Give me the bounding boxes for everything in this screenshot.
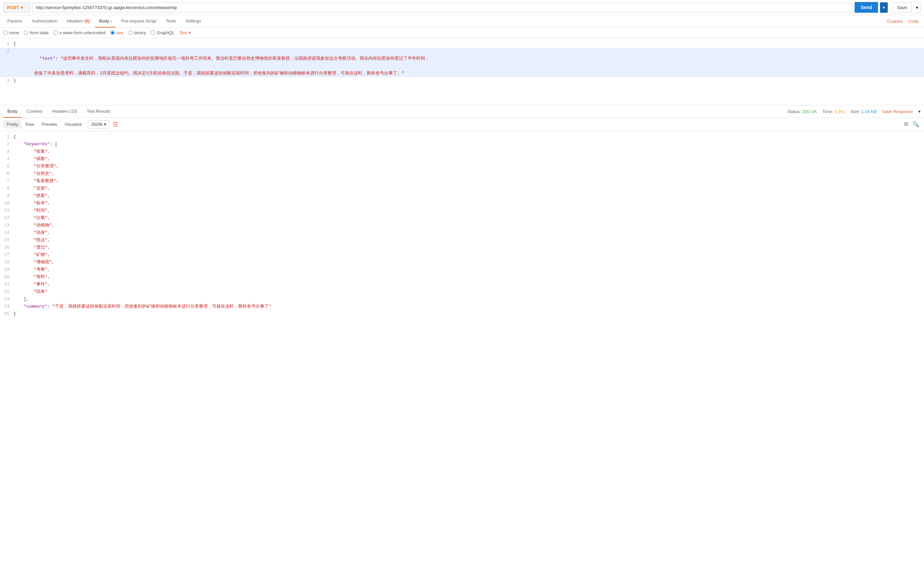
- resp-line-7: 7 "客座教授",: [0, 178, 924, 185]
- tab-params[interactable]: Params: [3, 15, 27, 27]
- resp-line-3: 3 "收集",: [0, 148, 924, 155]
- text-type-dropdown-icon: ▾: [189, 30, 191, 35]
- req-line-3: 3 }: [0, 77, 924, 84]
- request-body-editor[interactable]: 1 { 2 "text": "这些事件发生时，我刚从美国内布拉斯加州的贫瘠地区做…: [0, 38, 924, 105]
- cookies-link[interactable]: Cookies: [885, 16, 905, 27]
- save-button[interactable]: Save: [892, 2, 912, 13]
- resp-line-6: 6 "自然史",: [0, 170, 924, 178]
- option-binary[interactable]: binary: [128, 30, 146, 35]
- option-graphql[interactable]: GraphQL: [151, 30, 175, 35]
- save-dropdown-button[interactable]: ▾: [914, 2, 921, 13]
- method-dropdown-icon: ▾: [21, 5, 23, 10]
- format-select-icon: ▾: [104, 122, 106, 127]
- response-tabs: Body Cookies Headers (15) Test Results S…: [0, 105, 924, 118]
- code-link[interactable]: Code: [906, 16, 921, 27]
- tab-settings[interactable]: Settings: [181, 15, 205, 27]
- resp-line-20: 20 "资料",: [0, 273, 924, 281]
- tab-headers[interactable]: Headers (9): [63, 15, 94, 27]
- option-none[interactable]: none: [3, 30, 19, 35]
- resp-line-21: 21 "事件",: [0, 281, 924, 288]
- search-icon[interactable]: 🔍: [911, 120, 921, 129]
- fmt-tab-preview[interactable]: Preview: [38, 120, 60, 129]
- status-label: Status: 200 OK: [787, 109, 817, 114]
- req-line-1: 1 {: [0, 40, 924, 48]
- response-format-bar: Pretty Raw Preview Visualize JSON ▾ ☰ ⧉ …: [0, 118, 924, 131]
- save-response-dropdown[interactable]: ▾: [918, 109, 921, 114]
- tab-tests[interactable]: Tests: [162, 15, 180, 27]
- req-line-2b: 收集了许多珍贵资料，满载而归，3月底抵达纽约。我决定5月初动身回法国。于是，我就…: [0, 70, 924, 77]
- body-options-bar: none form-data x-www-form-urlencoded raw…: [0, 27, 924, 38]
- method-select[interactable]: POST ▾: [3, 3, 30, 13]
- request-tabs: Params Authorization Headers (9) Body ● …: [0, 15, 924, 27]
- wrap-icon[interactable]: ☰: [113, 121, 118, 128]
- resp-line-1: 1 {: [0, 133, 924, 141]
- format-icons: ⧉ 🔍: [903, 120, 921, 129]
- resp-line-8: 8 "逗留",: [0, 185, 924, 192]
- option-form-data[interactable]: form-data: [24, 30, 49, 35]
- resp-tab-cookies[interactable]: Cookies: [23, 105, 47, 118]
- send-dropdown-button[interactable]: ▾: [880, 2, 888, 13]
- resp-line-13: 13 "动植物",: [0, 222, 924, 229]
- resp-line-2: 2 "keywords": [: [0, 141, 924, 148]
- resp-line-9: 9 "抓紧",: [0, 192, 924, 200]
- response-status-bar: Status: 200 OK Time: 4.16s Size: 1.16 KB…: [787, 109, 921, 114]
- resp-tab-headers[interactable]: Headers (15): [48, 105, 81, 118]
- fmt-tab-raw[interactable]: Raw: [22, 120, 38, 129]
- resp-line-18: 18 "博物馆",: [0, 259, 924, 266]
- resp-line-5: 5 "分类整理",: [0, 163, 924, 170]
- resp-tab-test-results[interactable]: Test Results: [83, 105, 114, 118]
- tab-body[interactable]: Body ●: [95, 15, 116, 27]
- size-label: Size: 1.16 KB: [850, 109, 877, 114]
- option-urlencoded[interactable]: x-www-form-urlencoded: [53, 30, 106, 35]
- resp-line-16: 16 "度过",: [0, 244, 924, 251]
- tab-pre-request[interactable]: Pre-request Script: [117, 15, 160, 27]
- text-type-select[interactable]: Text ▾: [179, 30, 191, 35]
- copy-icon[interactable]: ⧉: [903, 120, 909, 129]
- resp-line-23: 23 ],: [0, 295, 924, 303]
- req-tab-right-actions: Cookies Code: [885, 16, 921, 27]
- resp-line-15: 15 "抵达",: [0, 237, 924, 244]
- resp-line-19: 19 "考察",: [0, 266, 924, 273]
- resp-tab-body[interactable]: Body: [3, 105, 21, 118]
- resp-line-14: 14 "动身",: [0, 229, 924, 237]
- resp-line-10: 10 "标本",: [0, 200, 924, 207]
- resp-line-25: 25 }: [0, 310, 924, 318]
- resp-line-24: 24 "summary": "于是，我就抓紧这段候船逗留时间，把收集到的矿物和动…: [0, 303, 924, 310]
- fmt-tab-visualize[interactable]: Visualize: [61, 120, 85, 129]
- response-json-area: 1 { 2 "keywords": [ 3 "收集", 4 "候船", 5 "分…: [0, 131, 924, 320]
- resp-line-22: 22 "回来": [0, 288, 924, 295]
- send-button[interactable]: Send: [854, 2, 878, 13]
- req-line-2: 2 "text": "这些事件发生时，我刚从美国内布拉斯加州的贫瘠地区做完一项科…: [0, 48, 924, 70]
- fmt-tab-pretty[interactable]: Pretty: [3, 120, 21, 129]
- time-label: Time: 4.16s: [822, 109, 845, 114]
- resp-line-4: 4 "候船",: [0, 155, 924, 163]
- format-select[interactable]: JSON ▾: [88, 120, 110, 129]
- save-response-button[interactable]: Save Response: [882, 109, 913, 114]
- option-raw[interactable]: raw: [110, 30, 124, 35]
- resp-line-17: 17 "矿物",: [0, 251, 924, 259]
- resp-line-12: 12 "出事",: [0, 214, 924, 222]
- resp-line-11: 11 "时间",: [0, 207, 924, 214]
- top-bar: POST ▾ Send ▾ Save ▾: [0, 0, 924, 15]
- url-input[interactable]: [32, 3, 853, 13]
- method-label: POST: [7, 5, 19, 10]
- tab-authorization[interactable]: Authorization: [28, 15, 61, 27]
